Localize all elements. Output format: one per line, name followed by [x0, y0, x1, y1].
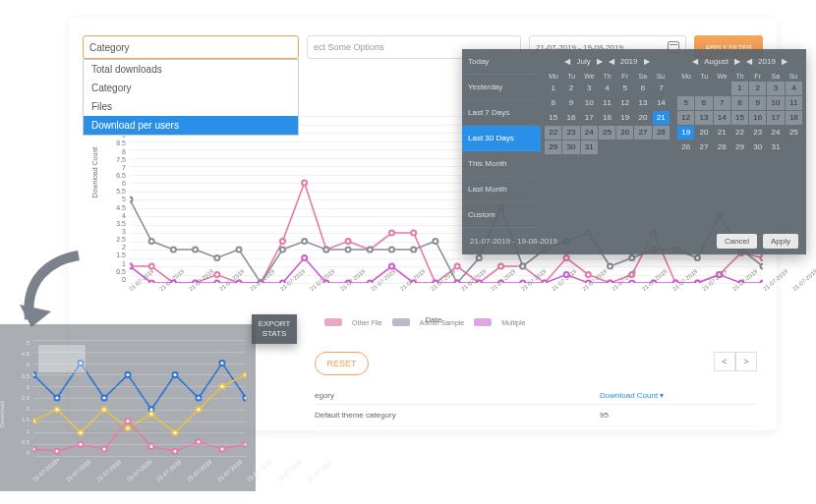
calendar-day[interactable]: 31 [581, 140, 598, 154]
page-prev-button[interactable]: < [714, 352, 735, 371]
calendar-day[interactable]: 10 [767, 96, 784, 110]
calendar-day[interactable]: 16 [749, 111, 766, 125]
date-preset[interactable]: This Month [462, 151, 541, 177]
calendar-day[interactable]: 16 [562, 111, 579, 125]
calendar-day[interactable]: 5 [616, 82, 633, 95]
date-preset[interactable]: Last 7 Days [462, 100, 541, 126]
calendar-day[interactable]: 7 [714, 96, 730, 110]
calendar-day[interactable]: 13 [695, 111, 712, 125]
calendar-day[interactable]: 20 [634, 111, 651, 125]
dropdown-item[interactable]: Total downloads [84, 60, 298, 79]
calendar-day[interactable]: 12 [677, 111, 694, 125]
calendar-day[interactable]: 8 [731, 96, 748, 110]
dropdown-item[interactable]: Download per users [84, 116, 298, 135]
calendar-day[interactable]: 22 [731, 126, 748, 140]
calendar-day[interactable]: 11 [599, 96, 615, 110]
calendar-day[interactable]: 22 [545, 126, 561, 140]
days-left: 1234567891011121314151617181920212223242… [545, 82, 670, 154]
calendar-day[interactable]: 15 [731, 111, 748, 125]
calendar-day[interactable]: 26 [616, 126, 633, 140]
next-month-icon[interactable]: ▶ [734, 57, 740, 66]
date-preset[interactable]: Last 30 Days [462, 126, 541, 151]
reset-button[interactable]: RESET [315, 352, 369, 375]
calendar-day[interactable]: 4 [786, 82, 802, 95]
calendar-day[interactable]: 6 [695, 96, 712, 110]
calendar-day[interactable]: 25 [786, 126, 802, 140]
calendar-day[interactable]: 19 [677, 126, 694, 140]
calendar-day[interactable]: 25 [599, 126, 615, 140]
calendar-day[interactable]: 6 [634, 82, 651, 95]
options-placeholder: ect Some Options [314, 42, 384, 52]
selection-rect[interactable] [37, 344, 87, 373]
calendar-day[interactable]: 8 [545, 96, 561, 110]
calendar-day[interactable]: 30 [749, 140, 766, 154]
calendar-day[interactable]: 1 [545, 82, 561, 95]
calendar-day[interactable]: 1 [731, 82, 748, 95]
calendar-day[interactable]: 24 [767, 126, 784, 140]
svg-point-29 [760, 255, 763, 260]
calendar-day[interactable]: 26 [677, 140, 694, 154]
calendar-day[interactable]: 21 [653, 111, 670, 125]
calendar-day[interactable]: 14 [714, 111, 730, 125]
calendar-day[interactable]: 21 [714, 126, 730, 140]
calendar-day[interactable]: 17 [581, 111, 598, 125]
next-year-icon[interactable]: ▶ [782, 57, 787, 66]
calendar-day[interactable]: 15 [545, 111, 561, 125]
calendar-day[interactable]: 24 [581, 126, 598, 140]
category-select-label: Category [89, 42, 130, 53]
dropdown-item[interactable]: Category [84, 79, 298, 97]
calendar-day[interactable]: 9 [562, 96, 579, 110]
cancel-button[interactable]: Cancel [717, 234, 757, 249]
prev-month-icon[interactable]: ◀ [564, 57, 570, 66]
calendar-day[interactable]: 9 [749, 96, 766, 110]
calendar-day[interactable]: 30 [562, 140, 579, 154]
category-select[interactable]: Category [83, 35, 299, 59]
calendar-day[interactable]: 2 [749, 82, 766, 95]
calendar-day[interactable]: 23 [562, 126, 579, 140]
calendar-day[interactable]: 11 [786, 96, 802, 110]
calendar-day[interactable]: 23 [749, 126, 766, 140]
calendar-day[interactable]: 14 [653, 96, 670, 110]
calendar-day[interactable]: 2 [562, 82, 579, 95]
svg-point-61 [149, 281, 154, 284]
prev-month-icon[interactable]: ◀ [692, 57, 698, 66]
prev-year-icon[interactable]: ◀ [609, 57, 614, 66]
calendar-day[interactable]: 19 [616, 111, 633, 125]
th-download-count[interactable]: Download Count ▾ [600, 391, 757, 400]
calendar-day[interactable]: 4 [599, 82, 615, 95]
calendar-day[interactable]: 5 [677, 96, 694, 110]
calendar-day[interactable]: 18 [599, 111, 615, 125]
prev-year-icon[interactable]: ◀ [746, 57, 752, 66]
export-stats-button[interactable]: EXPORT STATS [252, 314, 297, 344]
svg-point-37 [280, 248, 285, 252]
dropdown-item[interactable]: Files [84, 97, 298, 116]
calendar-day[interactable]: 7 [653, 82, 670, 95]
calendar-day[interactable]: 27 [695, 140, 712, 154]
calendar-day[interactable]: 3 [581, 82, 598, 95]
date-preset[interactable]: Yesterday [462, 75, 541, 100]
th-category[interactable]: egory [315, 391, 600, 400]
category-dropdown[interactable]: Total downloadsCategoryFilesDownload per… [83, 59, 299, 136]
calendar-day[interactable]: 18 [786, 111, 802, 125]
calendar-day[interactable]: 10 [581, 96, 598, 110]
calendar-day[interactable]: 28 [714, 140, 730, 154]
calendar-day[interactable]: 31 [767, 140, 784, 154]
calendar-day[interactable]: 13 [634, 96, 651, 110]
calendar-day[interactable]: 27 [634, 126, 651, 140]
calendar-day[interactable]: 28 [653, 126, 670, 140]
date-preset[interactable]: Custom [462, 202, 541, 228]
apply-button[interactable]: Apply [763, 234, 798, 249]
svg-point-15 [455, 264, 460, 269]
calendar-day[interactable]: 29 [545, 140, 561, 154]
date-preset[interactable]: Last Month [462, 177, 541, 202]
page-next-button[interactable]: > [735, 352, 757, 371]
calendar-day[interactable]: 20 [695, 126, 712, 140]
calendar-day[interactable]: 29 [731, 140, 748, 154]
next-month-icon[interactable]: ▶ [597, 57, 603, 66]
calendar-day[interactable]: 3 [767, 82, 784, 95]
svg-point-76 [477, 281, 482, 284]
calendar-day[interactable]: 17 [767, 111, 784, 125]
date-preset[interactable]: Today [462, 49, 541, 75]
calendar-day[interactable]: 12 [616, 96, 633, 110]
next-year-icon[interactable]: ▶ [644, 57, 650, 66]
